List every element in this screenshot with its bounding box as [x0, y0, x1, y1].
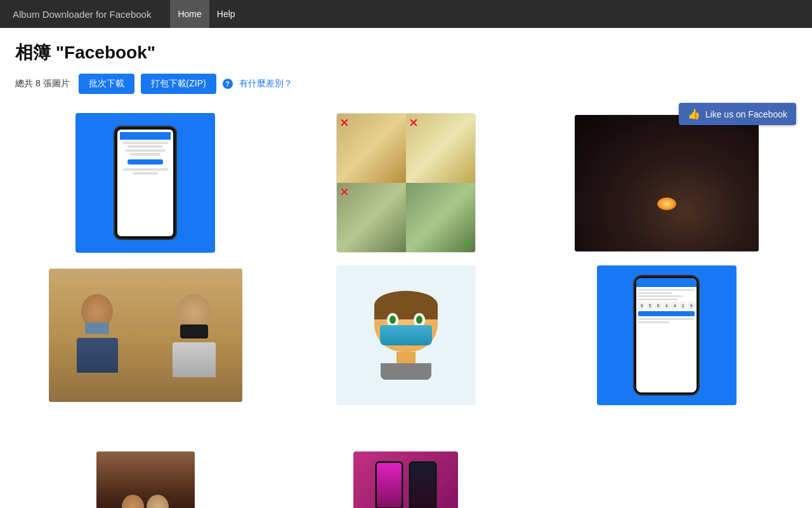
sf-head-1 [122, 495, 144, 509]
difference-help-link[interactable]: 有什麼差別？ [239, 78, 292, 90]
phone-small-screen-1 [377, 463, 402, 507]
nav-help[interactable]: Help [209, 0, 243, 28]
person-1-body [77, 338, 118, 373]
person-2-body [173, 342, 216, 377]
navbar: Album Downloader for Facebook Home Help [0, 0, 812, 28]
cross-mark-2: ✕ [409, 116, 418, 130]
phone-screen-1 [117, 130, 173, 236]
cartoon-neck [396, 352, 416, 363]
photo-2: ✕ ✕ ✕ ✓ [336, 113, 476, 253]
page-title: 相簿 "Facebook" [15, 41, 797, 65]
cartoon-hair [374, 291, 438, 319]
like-facebook-label: Like us on Facebook [705, 109, 787, 119]
photo-cell-5[interactable] [276, 259, 537, 411]
nav-home[interactable]: Home [170, 0, 209, 28]
photo-4 [49, 269, 242, 402]
person-1-mask [85, 323, 109, 334]
dog-cell-1: ✕ [337, 114, 406, 183]
dark-scene [575, 115, 759, 251]
person-2-mask [180, 324, 208, 338]
photo-8 [353, 451, 458, 509]
photo-cell-8[interactable] [276, 411, 537, 508]
photo-cell-6[interactable]: 9 5 6 4 4 2 9 [536, 259, 797, 411]
phone-small-screen-2 [410, 463, 435, 507]
selfie-figures [122, 495, 169, 509]
cartoon-face [368, 291, 444, 380]
dog-cell-2: ✕ [406, 114, 475, 183]
cartoon-pupil-right [416, 316, 422, 324]
like-facebook-button[interactable]: 👍 Like us on Facebook [679, 103, 796, 125]
phone-small-2 [409, 461, 437, 509]
photo-7 [96, 451, 195, 509]
cross-mark-3: ✕ [339, 185, 349, 199]
photo-grid: ✕ ✕ ✕ ✓ [15, 107, 797, 508]
photo-cell-1[interactable] [15, 107, 276, 259]
selfie-scene [96, 451, 195, 509]
candle-glow [657, 197, 676, 210]
phone-screen-2: 9 5 6 4 4 2 9 [636, 278, 697, 392]
photo-6: 9 5 6 4 4 2 9 [597, 265, 737, 405]
photo-1 [75, 113, 215, 253]
cartoon-mask [380, 325, 432, 345]
phone-small-1 [375, 461, 403, 509]
empty-cell [536, 411, 797, 508]
photo-cell-3[interactable] [536, 107, 797, 259]
app-title: Album Downloader for Facebook [13, 9, 151, 20]
zip-download-button[interactable]: 打包下載(ZIP) [141, 74, 216, 94]
photo-cell-2[interactable]: ✕ ✕ ✕ ✓ [276, 107, 537, 259]
cartoon-head [374, 291, 438, 352]
photo-count: 總共 8 張圖片 [15, 78, 70, 90]
dog-cell-3: ✕ [337, 183, 406, 252]
toolbar: 總共 8 張圖片 批次下載 打包下載(ZIP) ? 有什麼差別？ [15, 74, 797, 94]
sf-head-2 [147, 495, 169, 509]
phone-mockup-1 [114, 126, 177, 240]
cartoon-body [381, 363, 431, 380]
cross-mark-1: ✕ [339, 116, 349, 130]
photo-3 [575, 115, 759, 251]
help-icon: ? [223, 79, 233, 89]
dog-cell-4: ✓ [406, 183, 475, 252]
cartoon-pupil-left [390, 316, 396, 324]
photo-cell-4[interactable] [15, 259, 276, 411]
person-2 [166, 294, 223, 377]
selfie-figure-1 [122, 495, 144, 509]
check-mark-1: ✓ [463, 236, 473, 250]
main-content: 相簿 "Facebook" 總共 8 張圖片 批次下載 打包下載(ZIP) ? … [0, 28, 812, 508]
batch-download-button[interactable]: 批次下載 [79, 74, 134, 94]
person-1 [69, 294, 126, 377]
photo-5 [336, 265, 476, 405]
thumbs-up-icon: 👍 [688, 108, 700, 120]
photo-cell-7[interactable] [15, 411, 276, 508]
mask-scene [49, 269, 242, 402]
phone-mockup-2: 9 5 6 4 4 2 9 [633, 275, 700, 396]
selfie-figure-2 [147, 495, 169, 509]
